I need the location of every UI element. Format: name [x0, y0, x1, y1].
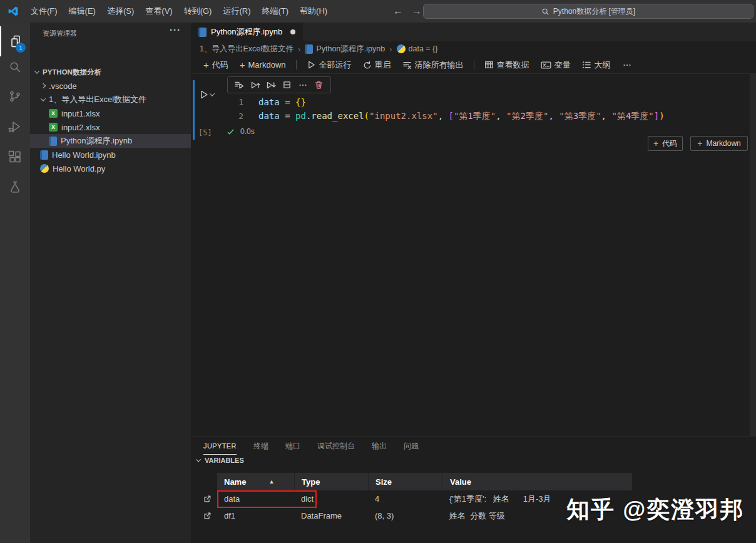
restart-icon — [363, 61, 372, 70]
run-all-icon — [307, 60, 316, 70]
menu-file[interactable]: 文件(F) — [25, 0, 63, 23]
menu-terminal[interactable]: 终端(T) — [256, 0, 294, 23]
breadcrumb-item-2[interactable]: Python源程序.ipynb — [305, 44, 385, 54]
tree-item-label: Hello World.py — [53, 164, 105, 173]
tree-item-7[interactable]: Hello World.py — [30, 162, 191, 175]
breadcrumb-item-3[interactable]: data = {} — [397, 44, 438, 53]
panel-tab-debug-console[interactable]: 调试控制台 — [317, 437, 355, 455]
var-name: df1 — [217, 511, 294, 520]
panel-tab-output[interactable]: 输出 — [372, 437, 387, 455]
search-icon — [8, 59, 23, 75]
run-all-button[interactable]: 全部运行 — [302, 58, 356, 73]
restart-button[interactable]: 重启 — [359, 58, 396, 73]
notebook-scrollbar[interactable] — [750, 74, 756, 436]
menu-go[interactable]: 转到(G) — [178, 0, 218, 23]
panel-tab-ports[interactable]: 端口 — [285, 437, 300, 455]
chevron-down-icon — [41, 96, 46, 101]
plus-icon: + — [240, 60, 245, 70]
tree-item-2[interactable]: 1、导入导出Excel数据文件 — [30, 93, 191, 106]
toolbar-label: 全部运行 — [319, 59, 352, 71]
code-text: data = {} — [258, 97, 306, 107]
activity-testing[interactable] — [0, 172, 30, 202]
plus-icon: + — [697, 139, 702, 148]
notebook-toolbar: +代码+Markdown全部运行重启清除所有输出查看数据变量大纲 — [191, 56, 756, 74]
add-markdown-cell-button[interactable]: + Markdown — [690, 136, 748, 151]
activity-bar: 1 — [0, 23, 30, 543]
forward-arrow-icon[interactable]: → — [412, 6, 422, 17]
cell-focus-bar — [193, 80, 195, 140]
panel-tab-terminal[interactable]: 终端 — [253, 437, 268, 455]
menu-run[interactable]: 运行(R) — [217, 0, 256, 23]
tree-root-label: PYTHON数据分析 — [43, 68, 101, 77]
menu-help[interactable]: 帮助(H) — [294, 0, 333, 23]
chevron-right-icon — [41, 83, 46, 88]
column-header-size[interactable]: Size — [368, 473, 442, 490]
outline-button[interactable]: 大纲 — [578, 58, 615, 73]
execute-above-cells-icon[interactable] — [233, 79, 245, 91]
column-header-name[interactable]: Name▲ — [217, 473, 294, 490]
menu-edit[interactable]: 编辑(E) — [63, 0, 101, 23]
panel-tab-jupyter[interactable]: JUPYTER — [203, 437, 237, 455]
run-cell-button[interactable] — [199, 90, 214, 100]
run-debug-icon — [8, 119, 23, 134]
add-code-cell-button[interactable]: + 代码 — [648, 136, 683, 151]
cell-toolbar — [227, 76, 331, 93]
breadcrumb-label: Python源程序.ipynb — [316, 44, 385, 54]
variables-table-header: Name▲TypeSizeValue — [217, 473, 632, 490]
view-data-button[interactable]: 查看数据 — [480, 58, 534, 73]
source-control-icon — [8, 89, 23, 104]
split-cell-icon[interactable] — [281, 79, 294, 91]
vscode-window: 文件(F)编辑(E)选择(S)查看(V)转到(G)运行(R)终端(T)帮助(H)… — [0, 0, 756, 543]
tab-python-notebook[interactable]: Python源程序.ipynb — [191, 23, 303, 41]
tree-root-folder[interactable]: PYTHON数据分析 — [30, 65, 191, 79]
more-actions-icon[interactable] — [297, 79, 309, 91]
run-above-icon[interactable] — [249, 79, 262, 91]
tree-item-4[interactable]: Xinput2.xlsx — [30, 120, 191, 134]
column-header-value[interactable]: Value — [442, 473, 632, 490]
activity-search[interactable] — [0, 52, 30, 82]
menu-selection[interactable]: 选择(S) — [101, 0, 140, 23]
more-actions-button[interactable] — [618, 58, 636, 73]
breadcrumb-item-1[interactable]: 1、导入导出Excel数据文件 — [200, 44, 294, 54]
add-markdown-button[interactable]: +Markdown — [235, 58, 290, 73]
editor-tab-bar: Python源程序.ipynb — [191, 23, 756, 41]
tree-item-1[interactable]: .vscode — [30, 79, 191, 93]
tree-item-5[interactable]: Python源程序.ipynb — [30, 134, 191, 148]
modified-dot-icon[interactable] — [290, 29, 295, 34]
menu-view[interactable]: 查看(V) — [140, 0, 178, 23]
open-in-viewer-icon[interactable] — [199, 512, 217, 520]
tree-item-6[interactable]: Hello World.ipynb — [30, 148, 191, 162]
add-markdown-label: Markdown — [706, 139, 740, 148]
panel-tab-problems[interactable]: 问题 — [404, 437, 419, 455]
add-code-button[interactable]: +代码 — [199, 58, 233, 73]
code-text: data = pd.read_excel("input2.xlsx", ["第1… — [258, 111, 665, 122]
tree-item-3[interactable]: Xinput1.xlsx — [30, 106, 191, 120]
open-in-viewer-icon[interactable] — [199, 495, 217, 504]
notebook-file-icon — [49, 137, 57, 146]
toolbar-label: Markdown — [248, 60, 286, 70]
activity-source-control[interactable] — [0, 81, 30, 111]
tree-item-label: .vscode — [49, 81, 77, 91]
column-header-type[interactable]: Type — [294, 473, 368, 490]
command-center-search[interactable]: Python数据分析 [管理员] — [423, 4, 753, 19]
more-actions-icon[interactable]: ··· — [170, 24, 181, 35]
run-below-icon[interactable] — [265, 79, 277, 91]
explorer-sidebar: 资源管理器 ··· PYTHON数据分析.vscode1、导入导出Excel数据… — [30, 23, 191, 543]
code-line-2[interactable]: 2data = pd.read_excel("input2.xlsx", ["第… — [219, 109, 748, 123]
notebook-file-icon — [305, 44, 313, 54]
variables-button[interactable]: 变量 — [536, 58, 575, 73]
code-line-1[interactable]: 1data = {} — [219, 95, 748, 109]
clear-outputs-button[interactable]: 清除所有输出 — [398, 58, 468, 73]
title-bar: 文件(F)编辑(E)选择(S)查看(V)转到(G)运行(R)终端(T)帮助(H)… — [0, 0, 756, 23]
cell-code-editor[interactable]: 1data = {}2data = pd.read_excel("input2.… — [219, 93, 748, 123]
sidebar-header: 资源管理器 ··· — [30, 23, 191, 44]
back-arrow-icon[interactable]: ← — [393, 6, 403, 17]
activity-extensions[interactable] — [0, 142, 30, 172]
chevron-down-icon — [196, 457, 201, 462]
variables-section-header[interactable]: VARIABLES — [197, 457, 244, 464]
tree-item-label: input1.xlsx — [61, 109, 100, 118]
delete-cell-icon[interactable] — [313, 79, 325, 91]
activity-run-debug[interactable] — [0, 111, 30, 142]
var-type: DataFrame — [294, 511, 368, 520]
tree-item-label: Python源程序.ipynb — [61, 135, 132, 147]
